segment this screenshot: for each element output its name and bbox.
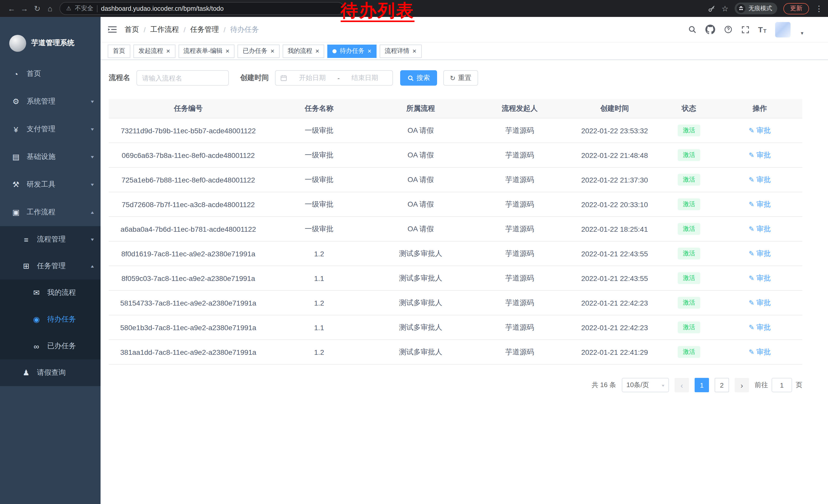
avatar[interactable] <box>775 22 791 37</box>
sidebar-item-todo-tasks[interactable]: ◉ 待办任务 <box>0 306 100 333</box>
edit-icon: ✎ <box>749 324 754 331</box>
breadcrumb-task-mgmt[interactable]: 任务管理 <box>190 25 219 34</box>
approve-link[interactable]: ✎审批 <box>749 200 771 209</box>
avatar-caret-icon[interactable]: ▾ <box>801 30 803 37</box>
fullscreen-icon[interactable] <box>741 26 749 34</box>
approve-label: 审批 <box>756 348 771 357</box>
cell-initiator: 芋道源码 <box>471 340 569 365</box>
help-icon[interactable] <box>723 25 732 34</box>
tab-label: 首页 <box>113 47 125 55</box>
sidebar-item-devtools[interactable]: ⚒ 研发工具 ▾ <box>0 171 100 198</box>
reload-icon[interactable]: ↻ <box>31 2 44 15</box>
task-mgmt-icon: ⊞ <box>20 262 32 271</box>
page-size-select[interactable]: 10条/页 ▾ <box>622 378 669 392</box>
sidebar-item-process-mgmt[interactable]: ≡ 流程管理 ▾ <box>0 226 100 253</box>
next-page-button[interactable]: › <box>735 378 749 392</box>
close-icon[interactable]: × <box>225 48 229 54</box>
warning-icon: ⚠ <box>66 5 71 12</box>
github-icon[interactable] <box>705 25 715 34</box>
approve-link[interactable]: ✎审批 <box>749 175 771 184</box>
divider <box>97 5 97 12</box>
goto-label: 前往 <box>755 380 768 390</box>
approve-link[interactable]: ✎审批 <box>749 348 771 357</box>
incognito-badge: 无痕模式 <box>735 3 777 14</box>
address-bar[interactable]: ⚠ 不安全 dashboard.yudao.iocoder.cn/bpm/tas… <box>59 2 344 15</box>
sidebar-item-label: 支付管理 <box>27 125 55 134</box>
sidebar-item-done-tasks[interactable]: ∞ 已办任务 <box>0 333 100 359</box>
cell-created: 2022-01-21 22:41:29 <box>569 340 661 365</box>
goto-page-input[interactable] <box>772 378 792 392</box>
close-icon[interactable]: × <box>316 48 319 54</box>
tab-label: 发起流程 <box>138 47 163 55</box>
table-row: 725a1eb6-7b88-11ec-8ef0-acde48001122 一级审… <box>109 168 802 192</box>
cell-task-id: a6aba0a4-7b6d-11ec-b781-acde48001122 <box>109 217 268 241</box>
key-icon[interactable] <box>707 4 715 12</box>
forward-icon[interactable]: → <box>18 2 31 15</box>
tab-todo-tasks[interactable]: 待办任务 × <box>328 44 377 58</box>
chevron-down-icon: ▾ <box>91 182 94 187</box>
cell-created: 2022-01-22 21:37:30 <box>569 168 661 192</box>
cell-actions: ✎审批 <box>717 192 802 217</box>
close-icon[interactable]: × <box>412 48 416 54</box>
close-icon[interactable]: × <box>368 48 371 54</box>
edit-icon: ✎ <box>749 274 754 282</box>
approve-link[interactable]: ✎审批 <box>749 126 771 135</box>
process-name-input[interactable] <box>136 70 229 86</box>
sidebar-item-payment[interactable]: ¥ 支付管理 ▾ <box>0 116 100 143</box>
eye-icon: ◉ <box>31 315 42 324</box>
tab-my-process[interactable]: 我的流程 × <box>283 44 325 58</box>
tab-form-edit[interactable]: 流程表单-编辑 × <box>178 44 235 58</box>
approve-link[interactable]: ✎审批 <box>749 298 771 307</box>
prev-page-button[interactable]: ‹ <box>675 378 689 392</box>
sidebar-item-system[interactable]: ⚙ 系统管理 ▾ <box>0 88 100 116</box>
approve-link[interactable]: ✎审批 <box>749 150 771 160</box>
breadcrumb-home[interactable]: 首页 <box>125 25 139 34</box>
tab-label: 已办任务 <box>243 47 267 55</box>
close-icon[interactable]: × <box>271 48 274 54</box>
browser-menu-icon[interactable]: ⋮ <box>815 4 823 13</box>
date-range-picker[interactable]: 开始日期 - 结束日期 <box>275 70 393 86</box>
cell-status: 激活 <box>661 119 717 143</box>
tab-process-detail[interactable]: 流程详情 × <box>380 44 421 58</box>
close-icon[interactable]: × <box>166 48 170 54</box>
cell-actions: ✎审批 <box>717 143 802 168</box>
sidebar-collapse-icon[interactable] <box>108 26 117 33</box>
home-icon[interactable]: ⌂ <box>44 2 56 15</box>
breadcrumb-workflow[interactable]: 工作流程 <box>150 25 179 34</box>
sidebar-item-leave-query[interactable]: ♟ 请假查询 <box>0 359 100 386</box>
approve-link[interactable]: ✎审批 <box>749 323 771 332</box>
filter-bar: 流程名 创建时间 开始日期 - 结束日期 <box>109 70 802 86</box>
search-button[interactable]: 搜索 <box>400 70 437 86</box>
sidebar-item-home[interactable]: ◔ 首页 <box>0 60 100 88</box>
cell-task-name: 一级审批 <box>268 192 370 217</box>
tab-initiate-process[interactable]: 发起流程 × <box>133 44 175 58</box>
cell-actions: ✎审批 <box>717 340 802 365</box>
page-button-1[interactable]: 1 <box>695 378 709 392</box>
cell-process: OA 请假 <box>370 217 471 241</box>
cell-initiator: 芋道源码 <box>471 168 569 192</box>
page-button-2[interactable]: 2 <box>715 378 729 392</box>
reset-button[interactable]: ↻ 重置 <box>443 70 478 86</box>
search-icon[interactable] <box>688 25 696 34</box>
tab-home[interactable]: 首页 <box>108 44 130 58</box>
cell-created: 2022-01-22 23:53:32 <box>569 119 661 143</box>
sidebar-item-workflow[interactable]: ▣ 工作流程 ▴ <box>0 198 100 226</box>
cell-process: OA 请假 <box>370 143 471 168</box>
back-icon[interactable]: ← <box>5 2 18 15</box>
table-header: 任务编号 任务名称 所属流程 流程发起人 创建时间 状态 操作 <box>109 99 802 119</box>
cell-initiator: 芋道源码 <box>471 315 569 340</box>
status-badge: 激活 <box>678 149 700 161</box>
sidebar-item-label: 系统管理 <box>27 97 55 106</box>
approve-link[interactable]: ✎审批 <box>749 224 771 234</box>
sidebar-item-my-process[interactable]: ✉ 我的流程 <box>0 279 100 306</box>
sidebar-item-infrastructure[interactable]: ▤ 基础设施 ▾ <box>0 143 100 171</box>
page-content: 流程名 创建时间 开始日期 - 结束日期 <box>100 60 828 504</box>
tab-done-tasks[interactable]: 已办任务 × <box>238 44 279 58</box>
approve-link[interactable]: ✎审批 <box>749 249 771 258</box>
approve-link[interactable]: ✎审批 <box>749 274 771 283</box>
star-icon[interactable]: ☆ <box>721 4 729 13</box>
update-button[interactable]: 更新 <box>783 3 809 14</box>
cell-initiator: 芋道源码 <box>471 266 569 291</box>
sidebar-item-task-mgmt[interactable]: ⊞ 任务管理 ▴ <box>0 253 100 279</box>
fontsize-icon[interactable]: T T <box>758 25 767 34</box>
